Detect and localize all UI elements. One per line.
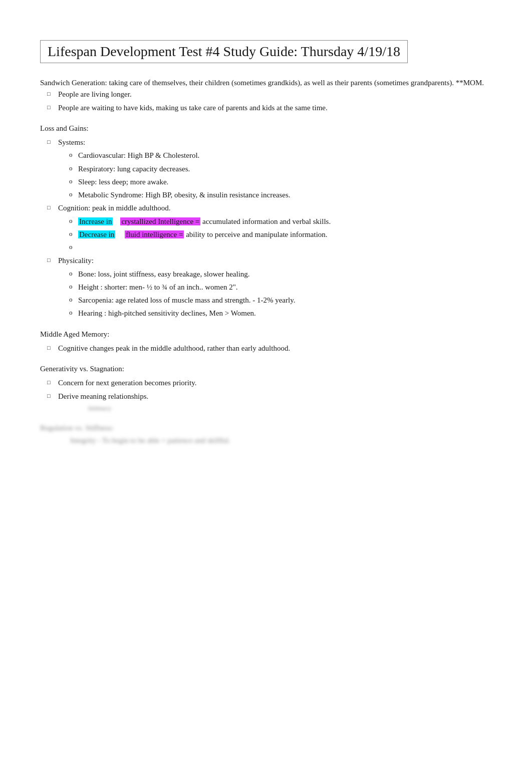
middle-memory-heading: Middle Aged Memory: [40, 329, 492, 340]
cognition-sublist: Increase in crystallized Intelligence = … [58, 216, 492, 254]
middle-memory-bullet: Cognitive changes peak in the middle adu… [58, 343, 492, 354]
physicality-label: Physicality: [58, 256, 94, 265]
title-box: Lifespan Development Test #4 Study Guide… [40, 40, 408, 63]
cardiovascular-item: Cardiovascular: High BP & Cholesterol. [78, 150, 492, 161]
physicality-item: Physicality: Bone: loss, joint stiffness… [58, 255, 492, 319]
decrease-highlight: Decrease in [78, 230, 115, 238]
generativity-heading: Generativity vs. Stagnation: [40, 363, 492, 375]
physicality-sublist: Bone: loss, joint stiffness, easy breaka… [58, 269, 492, 320]
crystallized-highlight: crystallized Intelligence = [120, 217, 200, 225]
blurred-heading: Regulation vs. Stiffness: [40, 422, 492, 434]
generativity-bullet-2: Derive meaning relationships. Intimacy [58, 391, 492, 413]
sandwich-generation-text: Sandwich Generation: taking care of them… [40, 77, 492, 89]
intro-section: Sandwich Generation: taking care of them… [40, 77, 492, 114]
intro-bullet-2: People are waiting to have kids, making … [58, 102, 492, 114]
systems-sublist: Cardiovascular: High BP & Cholesterol. R… [58, 150, 492, 201]
systems-item: Systems: Cardiovascular: High BP & Chole… [58, 137, 492, 201]
loss-gains-list: Systems: Cardiovascular: High BP & Chole… [40, 137, 492, 320]
page-title: Lifespan Development Test #4 Study Guide… [48, 44, 400, 60]
decrease-item: Decrease in fluid intelligence = ability… [78, 229, 492, 240]
empty-bullet [78, 242, 492, 253]
sarcopenia-item: Sarcopenia: age related loss of muscle m… [78, 295, 492, 306]
generativity-section: Generativity vs. Stagnation: Concern for… [40, 363, 492, 413]
intimacy-blurred: Intimacy [58, 403, 492, 413]
intro-bullet-1: People are living longer. [58, 89, 492, 100]
cognition-label: Cognition: peak in middle adulthood. [58, 204, 171, 212]
intro-list: People are living longer. People are wai… [40, 89, 492, 114]
middle-memory-section: Middle Aged Memory: Cognitive changes pe… [40, 329, 492, 355]
respiratory-item: Respiratory: lung capacity decreases. [78, 163, 492, 175]
loss-gains-heading: Loss and Gains: [40, 123, 492, 134]
increase-highlight: Increase in [78, 217, 113, 225]
bone-item: Bone: loss, joint stiffness, easy breaka… [78, 269, 492, 280]
systems-label: Systems: [58, 138, 85, 146]
generativity-bullet-2-text: Derive meaning relationships. [58, 392, 148, 400]
increase-rest: accumulated information and verbal skill… [202, 217, 331, 225]
blurred-content: Integrity - To begin to be able + patien… [40, 436, 492, 445]
blurred-section: Regulation vs. Stiffness: Integrity - To… [40, 422, 492, 445]
generativity-list: Concern for next generation becomes prio… [40, 377, 492, 413]
cognition-item: Cognition: peak in middle adulthood. Inc… [58, 202, 492, 253]
metabolic-item: Metabolic Syndrome: High BP, obesity, & … [78, 189, 492, 201]
decrease-rest: ability to perceive and manipulate infor… [186, 230, 327, 238]
sleep-item: Sleep: less deep; more awake. [78, 176, 492, 188]
loss-gains-section: Loss and Gains: Systems: Cardiovascular:… [40, 123, 492, 320]
height-item: Height : shorter: men- ½ to ¾ of an inch… [78, 282, 492, 293]
middle-memory-list: Cognitive changes peak in the middle adu… [40, 343, 492, 354]
increase-item: Increase in crystallized Intelligence = … [78, 216, 492, 227]
generativity-bullet-1: Concern for next generation becomes prio… [58, 377, 492, 389]
fluid-highlight: fluid intelligence = [125, 230, 184, 238]
hearing-item: Hearing : high-pitched sensitivity decli… [78, 308, 492, 319]
